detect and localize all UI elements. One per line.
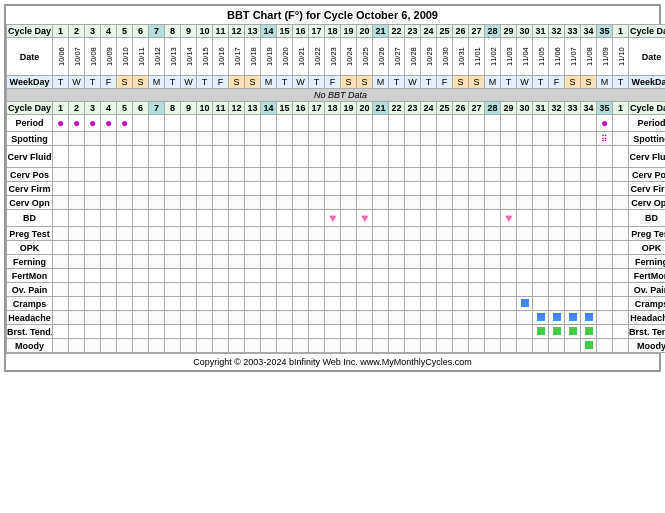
footer: Copyright © 2003-2024 bInfinity Web Inc.… bbox=[6, 353, 659, 370]
main-table: Cycle Day1234567891011121314151617181920… bbox=[6, 24, 665, 353]
chart-container: BBT Chart (F°) for Cycle October 6, 2009… bbox=[4, 4, 661, 372]
chart-title: BBT Chart (F°) for Cycle October 6, 2009 bbox=[6, 6, 659, 24]
